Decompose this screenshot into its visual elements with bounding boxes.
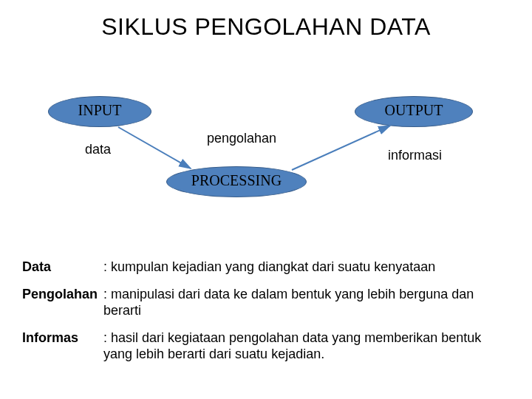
definition-row: Pengolahan : manipulasi dari data ke dal…	[22, 286, 510, 319]
definition-term: Pengolahan	[22, 286, 103, 319]
definitions: Data : kumpulan kejadian yang diangkat d…	[22, 259, 510, 373]
definition-body: : hasil dari kegiataan pengolahan data y…	[103, 330, 510, 363]
definition-body: : kumpulan kejadian yang diangkat dari s…	[103, 259, 510, 276]
slide: SIKLUS PENGOLAHAN DATA INPUT data OUTPUT…	[0, 0, 532, 399]
svg-line-1	[292, 126, 390, 170]
definition-body: : manipulasi dari data ke dalam bentuk y…	[103, 286, 510, 319]
definition-term: Data	[22, 259, 103, 276]
definition-term: Informas	[22, 330, 103, 363]
definition-row: Informas : hasil dari kegiataan pengolah…	[22, 330, 510, 363]
definition-row: Data : kumpulan kejadian yang diangkat d…	[22, 259, 510, 276]
